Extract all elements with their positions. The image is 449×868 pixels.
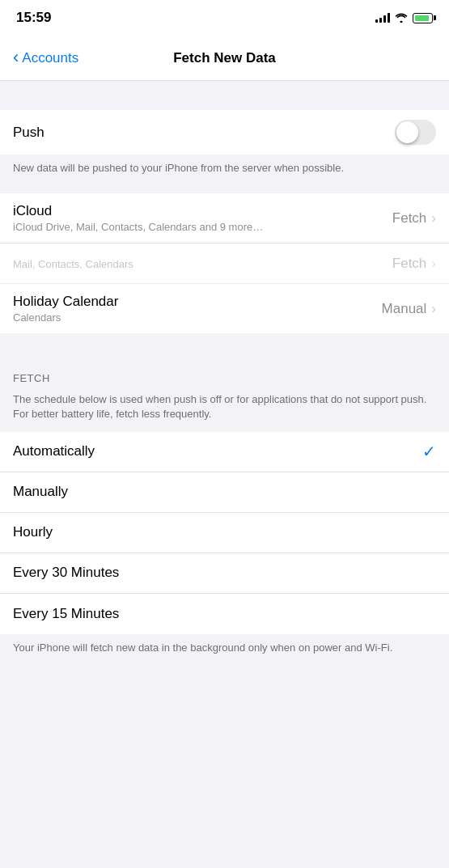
fetch-option-label-15min: Every 15 Minutes bbox=[13, 606, 119, 622]
account-sublabel-blurred: Mail, Contacts, Calendars bbox=[13, 258, 392, 270]
fetch-option-automatically[interactable]: Automatically ✓ bbox=[0, 432, 449, 472]
battery-icon bbox=[413, 13, 433, 23]
account-name: iCloud bbox=[13, 203, 392, 219]
status-time: 15:59 bbox=[16, 10, 51, 26]
account-left-blurred: Mail, Contacts, Calendars bbox=[13, 256, 392, 270]
fetch-option-label-manually: Manually bbox=[13, 484, 68, 500]
status-bar: 15:59 bbox=[0, 0, 449, 36]
fetch-option-15min[interactable]: Every 15 Minutes bbox=[0, 594, 449, 634]
account-value-right-blurred: Fetch › bbox=[392, 256, 436, 272]
fetch-option-label-30min: Every 30 Minutes bbox=[13, 565, 119, 581]
account-value-right: Fetch › bbox=[392, 210, 436, 227]
fetch-option-manually[interactable]: Manually bbox=[0, 472, 449, 513]
account-value-holiday: Manual bbox=[382, 301, 427, 317]
push-row: Push bbox=[0, 110, 449, 155]
push-toggle[interactable] bbox=[395, 120, 436, 145]
back-chevron-icon: ‹ bbox=[13, 49, 19, 66]
push-description: New data will be pushed to your iPhone f… bbox=[0, 155, 449, 185]
fetch-option-label-hourly: Hourly bbox=[13, 524, 53, 540]
page-title: Fetch New Data bbox=[173, 50, 276, 66]
checkmark-icon: ✓ bbox=[422, 442, 436, 461]
account-name-holiday: Holiday Calendar bbox=[13, 294, 382, 310]
push-label: Push bbox=[13, 125, 44, 141]
fetch-options-list: Automatically ✓ Manually Hourly Every 30… bbox=[0, 432, 449, 634]
navigation-bar: ‹ Accounts Fetch New Data bbox=[0, 36, 449, 81]
fetch-option-label-auto: Automatically bbox=[13, 443, 95, 459]
chevron-right-icon: › bbox=[431, 210, 436, 227]
fetch-description: The schedule below is used when push is … bbox=[0, 389, 449, 431]
account-value: Fetch bbox=[392, 210, 427, 227]
section-gap-top bbox=[0, 81, 449, 110]
account-left-holiday: Holiday Calendar Calendars bbox=[13, 294, 382, 324]
fetch-option-hourly[interactable]: Hourly bbox=[0, 513, 449, 553]
signal-icon bbox=[375, 13, 390, 23]
section-gap-2 bbox=[0, 333, 449, 362]
accounts-list: iCloud iCloud Drive, Mail, Contacts, Cal… bbox=[0, 193, 449, 333]
account-row-blurred[interactable]: Mail, Contacts, Calendars Fetch › bbox=[0, 243, 449, 284]
account-row-holiday[interactable]: Holiday Calendar Calendars Manual › bbox=[0, 284, 449, 333]
account-left: iCloud iCloud Drive, Mail, Contacts, Cal… bbox=[13, 203, 392, 233]
account-row-icloud[interactable]: iCloud iCloud Drive, Mail, Contacts, Cal… bbox=[0, 193, 449, 243]
status-icons bbox=[375, 13, 433, 23]
account-sublabel-holiday: Calendars bbox=[13, 311, 382, 324]
chevron-right-icon-2: › bbox=[431, 256, 436, 272]
account-sublabel: iCloud Drive, Mail, Contacts, Calendars … bbox=[13, 221, 392, 233]
footer-note: Your iPhone will fetch new data in the b… bbox=[0, 634, 449, 665]
fetch-option-30min[interactable]: Every 30 Minutes bbox=[0, 553, 449, 594]
section-gap-1 bbox=[0, 185, 449, 193]
wifi-icon bbox=[395, 13, 408, 23]
fetch-header: FETCH bbox=[0, 362, 449, 389]
back-button[interactable]: ‹ Accounts bbox=[13, 50, 78, 66]
push-section: Push bbox=[0, 110, 449, 155]
chevron-right-icon-3: › bbox=[431, 301, 436, 317]
account-value-right-holiday: Manual › bbox=[382, 301, 436, 317]
back-label: Accounts bbox=[22, 50, 78, 66]
account-value-blurred: Fetch bbox=[392, 256, 427, 272]
